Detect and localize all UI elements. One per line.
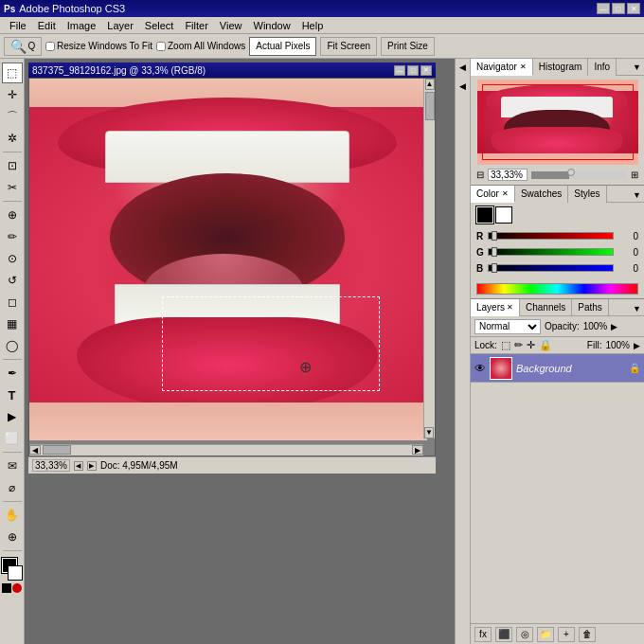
toggle-palettes-button[interactable]: ◀ xyxy=(457,61,468,74)
layer-adjustment-button[interactable]: ◎ xyxy=(516,627,533,642)
slice-tool[interactable]: ✂ xyxy=(2,177,23,198)
red-slider-track[interactable] xyxy=(488,232,614,240)
document-canvas-wrapper[interactable]: ⊕ ▲ ▼ ◀ ▶ xyxy=(28,78,436,456)
background-color[interactable] xyxy=(8,565,23,581)
tab-navigator[interactable]: Navigator ✕ xyxy=(471,59,533,76)
layer-delete-button[interactable]: 🗑 xyxy=(579,627,596,642)
fit-screen-button[interactable]: Fit Screen xyxy=(320,37,377,56)
path-select-tool[interactable]: ▶ xyxy=(2,406,23,427)
layer-row-background[interactable]: 👁 Background 🔒 xyxy=(471,354,644,383)
tab-color[interactable]: Color ✕ xyxy=(471,186,515,203)
color-panel-collapse[interactable]: ▼ xyxy=(630,190,644,200)
zoom-all-checkbox[interactable] xyxy=(156,42,166,51)
scroll-thumb-v[interactable] xyxy=(425,92,435,120)
resize-windows-checkbox[interactable] xyxy=(45,42,55,51)
layer-new-button[interactable]: + xyxy=(558,627,575,642)
pen-tool[interactable]: ✒ xyxy=(2,363,23,384)
lock-all-icon[interactable]: 🔒 xyxy=(539,339,552,351)
notes-tool[interactable]: ✉ xyxy=(2,456,23,476)
brush-tool[interactable]: ✏ xyxy=(2,226,23,247)
lock-move-icon[interactable]: ✛ xyxy=(527,339,535,351)
color-foreground-box[interactable] xyxy=(476,206,493,224)
scroll-down-button[interactable]: ▼ xyxy=(424,427,434,438)
green-slider-thumb[interactable] xyxy=(492,247,497,257)
prev-button[interactable]: ◀ xyxy=(74,461,83,471)
menu-window[interactable]: Window xyxy=(248,17,296,34)
eyedropper-tool[interactable]: ⌀ xyxy=(2,477,23,498)
red-slider-thumb[interactable] xyxy=(492,231,497,241)
minimize-button[interactable]: — xyxy=(597,3,610,14)
type-tool[interactable]: T xyxy=(2,385,23,405)
zoom-tool[interactable]: ⊕ xyxy=(2,527,23,547)
close-button[interactable]: ✕ xyxy=(627,3,640,14)
gradient-tool[interactable]: ▦ xyxy=(2,313,23,334)
zoom-slider-thumb[interactable] xyxy=(567,169,575,176)
scroll-up-button[interactable]: ▲ xyxy=(425,79,435,90)
horizontal-scrollbar[interactable]: ◀ ▶ xyxy=(29,444,423,456)
lock-transparent-icon[interactable]: ⬚ xyxy=(501,339,510,351)
color-background-box[interactable] xyxy=(495,206,512,224)
blue-slider-track[interactable] xyxy=(488,264,614,272)
menu-select[interactable]: Select xyxy=(139,17,180,34)
lock-paint-icon[interactable]: ✏ xyxy=(514,339,523,351)
print-size-button[interactable]: Print Size xyxy=(381,37,435,56)
layer-fx-button[interactable]: fx xyxy=(474,627,492,642)
doc-minimize[interactable]: — xyxy=(394,65,405,76)
scroll-thumb-h[interactable] xyxy=(43,445,71,455)
dodge-tool[interactable]: ◯ xyxy=(2,335,23,356)
quickmask-mode[interactable] xyxy=(12,583,22,593)
shape-tool[interactable]: ⬜ xyxy=(2,428,23,449)
opacity-arrow[interactable]: ▶ xyxy=(611,322,617,331)
panel-collapse[interactable]: ▼ xyxy=(630,63,644,72)
tab-channels[interactable]: Channels xyxy=(520,299,572,316)
tab-layers[interactable]: Layers ✕ xyxy=(471,299,520,316)
menu-help[interactable]: Help xyxy=(296,17,330,34)
menu-edit[interactable]: Edit xyxy=(32,17,62,34)
layer-group-button[interactable]: 📁 xyxy=(537,627,554,642)
layers-panel-menu[interactable]: ▼ xyxy=(630,302,644,313)
doc-maximize[interactable]: □ xyxy=(407,65,419,76)
move-tool[interactable]: ✛ xyxy=(2,84,23,105)
tab-swatches[interactable]: Swatches xyxy=(515,186,568,203)
color-tab-close[interactable]: ✕ xyxy=(502,189,509,198)
document-controls[interactable]: — □ ✕ xyxy=(394,65,432,76)
doc-close[interactable]: ✕ xyxy=(420,65,432,76)
layer-visibility-toggle[interactable]: 👁 xyxy=(474,362,486,375)
menu-file[interactable]: File xyxy=(4,17,32,34)
scroll-right-button[interactable]: ▶ xyxy=(412,445,423,455)
vertical-scrollbar[interactable]: ▲ ▼ xyxy=(423,79,435,438)
next-button[interactable]: ▶ xyxy=(87,461,97,471)
green-slider-track[interactable] xyxy=(488,248,614,256)
hand-tool[interactable]: ✋ xyxy=(2,505,23,526)
menu-image[interactable]: Image xyxy=(62,17,102,34)
layers-tab-close[interactable]: ✕ xyxy=(507,303,513,312)
tab-info[interactable]: Info xyxy=(588,59,617,76)
scroll-left-button[interactable]: ◀ xyxy=(29,445,41,455)
navigator-tab-close[interactable]: ✕ xyxy=(520,63,527,71)
zoom-slider[interactable] xyxy=(531,171,627,179)
navigator-preview[interactable] xyxy=(477,80,638,165)
lasso-tool[interactable]: ⌒ xyxy=(2,106,23,127)
tab-styles[interactable]: Styles xyxy=(568,186,606,203)
tab-histogram[interactable]: Histogram xyxy=(533,59,589,76)
menu-layer[interactable]: Layer xyxy=(101,17,139,34)
crop-tool[interactable]: ⊡ xyxy=(2,155,23,176)
color-panel-menu[interactable]: ▼ xyxy=(630,188,644,200)
healing-brush-tool[interactable]: ⊕ xyxy=(2,205,23,225)
color-spectrum[interactable] xyxy=(476,283,638,295)
fill-arrow[interactable]: ▶ xyxy=(634,341,640,350)
zoom-in-icon[interactable]: ⊞ xyxy=(631,170,638,180)
maximize-button[interactable]: □ xyxy=(612,3,625,14)
menu-filter[interactable]: Filter xyxy=(179,17,213,34)
history-brush-tool[interactable]: ↺ xyxy=(2,270,23,291)
title-bar-controls[interactable]: — □ ✕ xyxy=(597,3,640,14)
clone-tool[interactable]: ⊙ xyxy=(2,248,23,269)
marquee-tool[interactable]: ⬚ xyxy=(2,63,23,83)
blue-slider-thumb[interactable] xyxy=(492,263,497,273)
layers-collapse-icon[interactable]: ▼ xyxy=(630,304,644,313)
menu-view[interactable]: View xyxy=(214,17,248,34)
document-image[interactable]: ⊕ xyxy=(29,79,427,440)
layer-mask-button[interactable]: ⬛ xyxy=(495,627,512,642)
blend-mode-select[interactable]: Normal Dissolve Multiply xyxy=(474,319,541,334)
standard-mode[interactable] xyxy=(2,583,11,593)
